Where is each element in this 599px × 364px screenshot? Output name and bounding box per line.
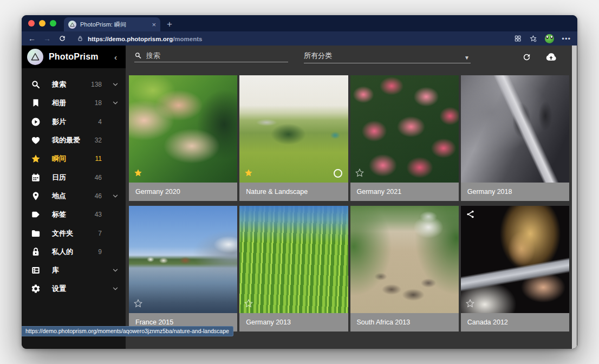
sidebar-item-label: 私人的	[52, 247, 73, 257]
sidebar-item-play[interactable]: 影片4	[22, 113, 126, 131]
chevron-down-icon[interactable]	[109, 285, 119, 292]
back-button[interactable]: ←	[28, 35, 36, 42]
star-icon	[30, 154, 41, 164]
share-icon[interactable]	[466, 210, 475, 221]
tab-close-icon[interactable]: ×	[152, 21, 156, 29]
moment-card[interactable]: Germany 2013	[239, 206, 348, 332]
sidebar-item-count: 11	[95, 155, 102, 162]
sidebar-item-gear[interactable]: 设置	[22, 280, 126, 298]
moment-card[interactable]: Germany 2018	[461, 75, 569, 201]
moment-card[interactable]: Germany 2020	[129, 75, 237, 201]
sidebar-item-lock[interactable]: 私人的9	[22, 243, 126, 261]
play-icon	[30, 117, 41, 127]
album-cover[interactable]	[129, 206, 237, 313]
folder-icon	[30, 229, 41, 238]
sidebar-item-star[interactable]: 瞬间11	[22, 150, 126, 168]
select-circle-icon[interactable]	[334, 169, 342, 178]
sidebar-item-label: 设置	[52, 284, 66, 294]
browser-tab[interactable]: PhotoPrism: 瞬间 ×	[64, 17, 160, 31]
category-select[interactable]: 所有分类 ▼	[304, 51, 471, 63]
address-bar[interactable]: https://demo.photoprism.org/moments	[77, 34, 506, 43]
sidebar-item-count: 138	[91, 81, 102, 88]
sidebar-item-heart[interactable]: 我的最爱32	[22, 131, 126, 150]
library-icon	[30, 265, 41, 275]
album-cover[interactable]	[129, 75, 237, 183]
reload-button[interactable]	[58, 35, 66, 42]
tab-groups-icon[interactable]	[514, 35, 522, 42]
favorite-star-icon[interactable]	[134, 299, 142, 310]
sidebar-item-magnifier[interactable]: 搜索138	[22, 75, 126, 94]
bookmark-icon	[30, 98, 41, 108]
browser-window: PhotoPrism: 瞬间 × + ← → https://demo.phot…	[22, 15, 577, 349]
sidebar-item-count: 7	[98, 230, 102, 237]
calendar-icon	[30, 173, 41, 183]
minimize-window-button[interactable]	[39, 20, 45, 27]
moment-card[interactable]: Nature & Landscape	[239, 75, 348, 201]
chevron-down-icon[interactable]	[109, 266, 119, 274]
chevron-down-icon[interactable]	[109, 81, 119, 88]
sidebar-item-count: 43	[95, 211, 102, 218]
moment-card[interactable]: South Africa 2013	[350, 206, 459, 332]
url-path: /moments	[173, 36, 202, 42]
album-cover[interactable]	[350, 75, 459, 183]
favorite-star-icon[interactable]	[244, 299, 253, 310]
chevron-down-icon[interactable]	[109, 192, 119, 200]
album-title: Germany 2018	[461, 183, 569, 201]
album-cover[interactable]	[239, 206, 348, 313]
new-tab-button[interactable]: +	[167, 19, 172, 30]
search-field[interactable]	[134, 51, 288, 62]
zoom-window-button[interactable]	[50, 20, 56, 27]
album-title: South Africa 2013	[350, 313, 459, 332]
favorite-star-icon[interactable]	[134, 168, 142, 179]
sidebar: PhotoPrism ‹ 搜索138相册18影片4我的最爱32瞬间11日历46地…	[22, 46, 126, 349]
status-url-tooltip: https://demo.photoprism.org/moments/aqow…	[22, 326, 233, 336]
sidebar-item-map-pin[interactable]: 地点46	[22, 187, 126, 205]
forward-button[interactable]: →	[43, 35, 51, 42]
upload-button[interactable]	[545, 51, 557, 63]
heart-icon	[30, 135, 41, 145]
chevron-down-icon[interactable]	[109, 99, 119, 107]
browser-menu-icon[interactable]: •••	[562, 35, 571, 43]
sidebar-item-count: 18	[95, 99, 102, 107]
favorite-star-icon[interactable]	[244, 168, 253, 179]
bookmark-star-icon[interactable]	[529, 35, 537, 43]
sidebar-item-calendar[interactable]: 日历46	[22, 168, 126, 186]
moment-card[interactable]: France 2015	[129, 206, 237, 332]
sidebar-collapse-button[interactable]: ‹	[114, 53, 120, 62]
category-value: 所有分类	[304, 51, 464, 61]
album-title: Germany 2020	[129, 183, 237, 201]
sidebar-item-label: 地点	[52, 191, 66, 201]
lock-icon	[30, 247, 41, 257]
sidebar-item-label: 相册	[52, 98, 66, 108]
sidebar-item-tag[interactable]: 标签43	[22, 205, 126, 224]
album-cover[interactable]	[239, 75, 348, 183]
close-window-button[interactable]	[28, 20, 35, 27]
sidebar-item-label: 瞬间	[52, 154, 66, 164]
moments-grid: Germany 2020Nature & LandscapeGermany 20…	[126, 68, 577, 335]
map-pin-icon	[30, 191, 41, 201]
main-content: 所有分类 ▼ Germany 2020Nature & LandscapeGer…	[126, 46, 577, 349]
sidebar-item-count: 46	[95, 192, 102, 200]
window-controls[interactable]	[22, 15, 64, 31]
favorite-star-icon[interactable]	[466, 299, 474, 310]
photoprism-favicon	[68, 21, 76, 29]
sidebar-item-label: 搜索	[52, 80, 66, 89]
sidebar-item-count: 32	[95, 136, 102, 144]
search-input[interactable]	[146, 51, 288, 60]
album-cover[interactable]	[461, 206, 569, 313]
moment-card[interactable]: Germany 2021	[350, 75, 459, 201]
sidebar-item-label: 标签	[52, 210, 66, 219]
album-cover[interactable]	[461, 75, 569, 183]
sidebar-item-label: 影片	[52, 117, 66, 127]
sidebar-item-folder[interactable]: 文件夹7	[22, 224, 126, 242]
scrollbar[interactable]	[572, 46, 577, 349]
tab-title: PhotoPrism: 瞬间	[80, 21, 148, 29]
sidebar-item-library[interactable]: 库	[22, 261, 126, 280]
favorite-star-icon[interactable]	[355, 168, 364, 179]
moment-card[interactable]: Canada 2012	[461, 206, 569, 332]
sidebar-item-bookmark[interactable]: 相册18	[22, 94, 126, 112]
album-cover[interactable]	[350, 206, 459, 313]
profile-avatar[interactable]	[545, 34, 554, 43]
content-toolbar: 所有分类 ▼	[126, 46, 577, 68]
refresh-button[interactable]	[522, 53, 531, 62]
